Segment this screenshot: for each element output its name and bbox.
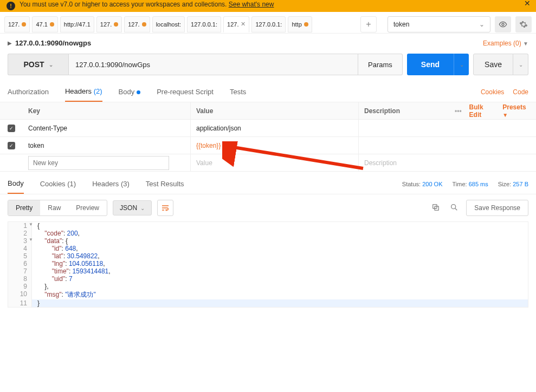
resp-tab-cookies[interactable]: Cookies (1) — [40, 174, 76, 193]
tab-headers[interactable]: Headers (2) — [65, 82, 102, 102]
modified-dot-icon — [304, 22, 308, 27]
request-title-row: ▶ 127.0.0.1:9090/nowgps Examples (0) ▼ — [0, 34, 536, 49]
request-tab[interactable]: 127. — [124, 16, 150, 32]
modified-dot-icon — [22, 22, 26, 27]
close-icon[interactable]: ✕ — [241, 21, 246, 28]
send-button[interactable]: Send — [407, 54, 454, 75]
tab-prerequest[interactable]: Pre-request Script — [157, 82, 214, 101]
add-tab-button[interactable]: + — [360, 16, 377, 32]
view-preview[interactable]: Preview — [68, 200, 107, 215]
header-value[interactable]: {{token}} — [191, 137, 359, 154]
body-modified-dot — [137, 90, 140, 94]
request-tab[interactable]: http — [288, 16, 312, 32]
top-row: 127.47.1http://47.1127.127.localhost:127… — [0, 12, 536, 34]
request-tab[interactable]: 47.1 — [32, 16, 57, 32]
request-tab[interactable]: 127.0.0.1: — [187, 16, 221, 32]
environment-selector[interactable]: token ⌄ — [388, 16, 490, 32]
header-key[interactable]: token — [23, 137, 191, 154]
modified-dot-icon — [142, 22, 146, 27]
url-input[interactable]: 127.0.0.1:9090/nowGps — [68, 54, 358, 75]
modified-dot-icon — [50, 22, 54, 27]
search-icon[interactable] — [448, 203, 461, 213]
svg-point-0 — [502, 23, 504, 25]
environment-selected: token — [393, 21, 409, 28]
new-key-input[interactable] — [28, 156, 169, 170]
params-button[interactable]: Params — [358, 54, 403, 75]
format-selector[interactable]: JSON⌄ — [113, 200, 152, 215]
request-tab[interactable]: localhost: — [152, 16, 185, 32]
request-tab[interactable]: 127. — [96, 16, 122, 32]
banner-close-icon[interactable]: ✕ — [524, 0, 531, 8]
new-desc-ph[interactable]: Description — [364, 159, 397, 167]
send-dropdown[interactable]: ⌄ — [454, 54, 469, 75]
row-checkbox[interactable]: ✓ — [8, 125, 15, 132]
header-desc[interactable] — [359, 137, 536, 154]
row-checkbox[interactable]: ✓ — [8, 142, 15, 149]
examples-dropdown[interactable]: Examples (0) ▼ — [483, 40, 528, 47]
save-button[interactable]: Save — [473, 54, 513, 75]
tab-tests[interactable]: Tests — [230, 82, 246, 101]
response-body-viewer[interactable]: 1▼{2 "code": 200,3▼ "data": {4 "id": 648… — [8, 221, 528, 308]
col-value: Value — [191, 102, 359, 119]
url-bar: POST⌄ 127.0.0.1:9090/nowGps Params Send … — [0, 49, 536, 82]
svg-line-5 — [455, 208, 457, 210]
save-response-button[interactable]: Save Response — [466, 200, 528, 216]
request-tab[interactable]: 127. — [4, 16, 30, 32]
resp-tab-test-results[interactable]: Test Results — [146, 174, 184, 193]
request-title: 127.0.0.1:9090/nowgps — [15, 39, 91, 47]
view-pretty[interactable]: Pretty — [8, 200, 40, 215]
header-row[interactable]: ✓token{{token}} — [0, 137, 536, 154]
method-selector[interactable]: POST⌄ — [8, 54, 68, 75]
request-subtabs: Authorization Headers (2) Body Pre-reque… — [0, 82, 536, 102]
header-desc[interactable] — [359, 120, 536, 136]
status-value: 200 OK — [422, 181, 442, 187]
expand-caret-icon[interactable]: ▶ — [8, 40, 12, 46]
header-value[interactable]: application/json — [191, 120, 359, 136]
resp-tab-headers[interactable]: Headers (3) — [92, 174, 130, 193]
more-icon[interactable]: ••• — [455, 107, 462, 115]
copy-icon[interactable] — [429, 203, 442, 213]
request-tab[interactable]: 127.0.0.1: — [251, 16, 286, 32]
response-subtabs: Body Cookies (1) Headers (3) Test Result… — [0, 174, 536, 194]
time-value: 685 ms — [469, 181, 488, 187]
code-link[interactable]: Code — [513, 88, 528, 96]
cookies-link[interactable]: Cookies — [481, 88, 504, 96]
banner-link[interactable]: See what's new — [229, 1, 274, 8]
settings-icon[interactable] — [515, 16, 532, 32]
wrap-lines-button[interactable] — [157, 200, 173, 216]
headers-table: Key Value Description ••• Bulk Edit Pres… — [0, 102, 536, 172]
col-key: Key — [23, 102, 191, 119]
tab-authorization[interactable]: Authorization — [8, 82, 49, 101]
view-raw[interactable]: Raw — [40, 200, 68, 215]
response-toolbar: Pretty Raw Preview JSON⌄ Save Response — [0, 194, 536, 221]
chevron-down-icon: ⌄ — [479, 21, 485, 28]
modified-dot-icon — [114, 22, 118, 27]
view-mode-segment: Pretty Raw Preview — [8, 200, 107, 216]
bulk-edit-link[interactable]: Bulk Edit — [469, 103, 495, 119]
warning-icon: ! — [7, 2, 15, 10]
banner-text: You must use v7.0 or higher to access yo… — [20, 1, 229, 8]
header-row[interactable]: ✓Content-Typeapplication/json — [0, 120, 536, 137]
resp-tab-body[interactable]: Body — [8, 174, 24, 194]
env-quicklook-icon[interactable] — [495, 16, 511, 32]
tab-strip: 127.47.1http://47.1127.127.localhost:127… — [4, 16, 360, 32]
request-tab[interactable]: 127.✕ — [223, 16, 249, 32]
svg-point-4 — [451, 204, 456, 208]
upgrade-banner: ! You must use v7.0 or higher to access … — [0, 0, 536, 12]
col-description: Description — [359, 102, 449, 119]
presets-dropdown[interactable]: Presets ▼ — [502, 103, 531, 119]
tab-body[interactable]: Body — [119, 82, 141, 101]
save-dropdown[interactable]: ⌄ — [513, 54, 528, 75]
new-value-ph[interactable]: Value — [196, 159, 212, 167]
header-key[interactable]: Content-Type — [23, 120, 191, 136]
size-value: 257 B — [513, 181, 528, 187]
request-tab[interactable]: http://47.1 — [60, 16, 94, 32]
